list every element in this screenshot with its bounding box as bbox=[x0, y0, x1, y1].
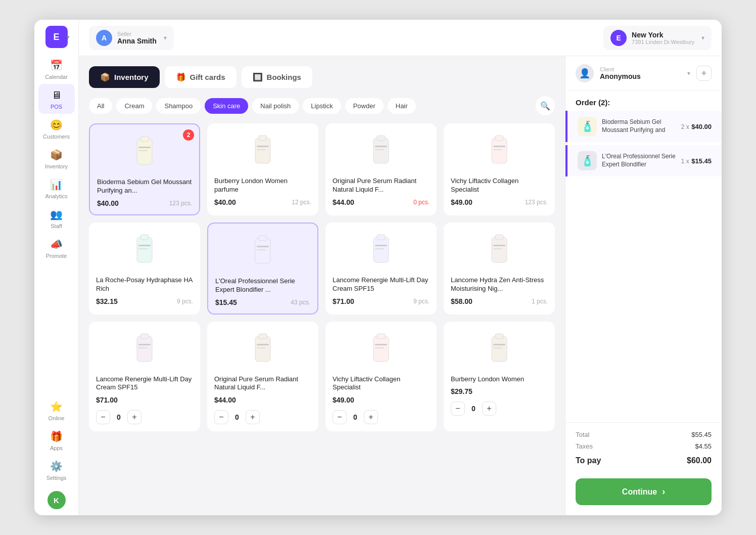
product-card[interactable]: Vichy Liftactiv Collagen Specialist $49.… bbox=[325, 322, 437, 432]
product-card[interactable]: L'Oreal Professionnel Serie Expert Blond… bbox=[207, 222, 318, 315]
product-name: Vichy Liftactiv Collagen Specialist bbox=[451, 177, 548, 194]
location-address: 7391 Linden Dr.Westbury bbox=[632, 39, 694, 45]
product-name: Vichy Liftactiv Collagen Specialist bbox=[333, 375, 430, 392]
analytics-icon: 📊 bbox=[50, 177, 64, 192]
total-label: Total bbox=[576, 431, 589, 438]
seller-selector[interactable]: A Seller Anna Smith ▾ bbox=[89, 26, 174, 50]
product-card[interactable]: Original Pure Serum Radiant Natural Liqu… bbox=[325, 123, 437, 215]
add-client-button[interactable]: + bbox=[696, 66, 712, 81]
product-name: Original Pure Serum Radiant Natural Liqu… bbox=[214, 375, 311, 392]
category-btn-powder[interactable]: Powder bbox=[345, 98, 384, 114]
category-btn-cream[interactable]: Cream bbox=[116, 98, 152, 114]
product-qty: 0 pcs. bbox=[413, 199, 430, 206]
sidebar: E ▼ 📅 Calendar 🖥 POS 😊 Customers 📦 Inven… bbox=[34, 20, 79, 515]
order-item-info: L'Oreal Professionnel Serie Expert Blond… bbox=[602, 153, 676, 168]
svg-rect-32 bbox=[137, 336, 152, 362]
svg-rect-22 bbox=[257, 246, 269, 247]
qty-increase-button[interactable]: + bbox=[364, 410, 378, 424]
svg-rect-35 bbox=[138, 347, 148, 348]
customers-icon: 😊 bbox=[50, 118, 64, 132]
seller-name: Anna Smith bbox=[117, 37, 157, 45]
category-btn-all[interactable]: All bbox=[89, 98, 112, 114]
tab-inventory[interactable]: 📦Inventory bbox=[89, 66, 160, 88]
svg-rect-20 bbox=[255, 238, 270, 263]
category-btn-lipstick[interactable]: Lipstick bbox=[303, 98, 341, 114]
sidebar-item-calendar[interactable]: 📅 Calendar bbox=[38, 54, 75, 84]
sidebar-item-label-online: Online bbox=[49, 415, 65, 421]
sidebar-bottom: ⭐ Online 🎁 Apps ⚙️ Settings K bbox=[38, 395, 75, 509]
product-meta: $71.00 9 pcs. bbox=[333, 297, 430, 305]
seller-info: Seller Anna Smith bbox=[117, 31, 157, 45]
product-price: $71.00 bbox=[333, 297, 354, 305]
sidebar-item-pos[interactable]: 🖥 POS bbox=[38, 84, 75, 114]
product-image bbox=[451, 130, 548, 171]
tab-bar: 📦Inventory🎁Gift cards🔲Bookings bbox=[89, 66, 555, 88]
client-info: Client Anonymous bbox=[600, 66, 681, 80]
category-btn-skin-care[interactable]: Skin care bbox=[205, 98, 248, 114]
sidebar-item-inventory[interactable]: 📦 Inventory bbox=[38, 144, 75, 173]
seller-label: Seller bbox=[117, 31, 157, 37]
qty-increase-button[interactable]: + bbox=[246, 410, 260, 424]
product-card[interactable]: Lancome Hydra Zen Anti-Stress Moisturisi… bbox=[444, 222, 555, 315]
product-card[interactable]: Original Pure Serum Radiant Natural Liqu… bbox=[207, 322, 318, 432]
svg-rect-14 bbox=[493, 146, 505, 147]
product-card[interactable]: Burberry London Women parfume $40.00 12 … bbox=[207, 123, 318, 215]
svg-rect-16 bbox=[137, 237, 152, 262]
search-button[interactable]: 🔍 bbox=[536, 96, 555, 115]
sidebar-user-button[interactable]: E ▼ bbox=[45, 26, 68, 48]
product-image bbox=[214, 130, 311, 171]
sidebar-user-avatar-bottom[interactable]: K bbox=[48, 491, 66, 509]
product-qty: 123 pcs. bbox=[525, 199, 548, 206]
svg-rect-42 bbox=[375, 344, 387, 345]
client-name: Anonymous bbox=[600, 72, 681, 80]
category-btn-nail-polish[interactable]: Nail polish bbox=[252, 98, 299, 114]
qty-value: 0 bbox=[232, 413, 242, 421]
main-area: A Seller Anna Smith ▾ E New York 7391 Li… bbox=[79, 20, 722, 515]
product-card[interactable]: Burberry London Women $29.75 − 0 + bbox=[444, 322, 555, 432]
product-image bbox=[333, 329, 430, 369]
qty-increase-button[interactable]: + bbox=[127, 410, 141, 424]
order-item-name: Bioderma Sebium Gel Moussant Purifying a… bbox=[602, 118, 676, 134]
product-price: $49.00 bbox=[451, 198, 472, 206]
product-card[interactable]: Vichy Liftactiv Collagen Specialist $49.… bbox=[444, 123, 555, 215]
sidebar-item-analytics[interactable]: 📊 Analytics bbox=[38, 173, 75, 203]
product-card[interactable]: La Roche-Posay Hydraphase HA Rich $32.15… bbox=[89, 222, 200, 315]
svg-rect-28 bbox=[492, 237, 507, 262]
chevron-down-icon: ▼ bbox=[66, 34, 71, 40]
order-item: 🧴 Bioderma Sebium Gel Moussant Purifying… bbox=[565, 111, 722, 142]
svg-rect-4 bbox=[255, 138, 270, 163]
svg-rect-9 bbox=[377, 136, 385, 141]
svg-rect-30 bbox=[493, 245, 505, 246]
sidebar-item-customers[interactable]: 😊 Customers bbox=[38, 114, 75, 144]
tab-gift-cards[interactable]: 🎁Gift cards bbox=[165, 66, 237, 88]
svg-rect-15 bbox=[493, 149, 502, 150]
qty-decrease-button[interactable]: − bbox=[214, 410, 228, 424]
tab-icon-2: 🔲 bbox=[253, 72, 263, 82]
qty-increase-button[interactable]: + bbox=[482, 402, 496, 416]
product-card[interactable]: Lancome Renergie Multi-Lift Day Cream SP… bbox=[89, 322, 200, 432]
client-chevron-icon: ▾ bbox=[687, 70, 690, 77]
svg-rect-47 bbox=[493, 347, 502, 348]
location-selector[interactable]: E New York 7391 Linden Dr.Westbury ▾ bbox=[603, 26, 712, 50]
sidebar-item-label-settings: Settings bbox=[46, 475, 67, 481]
product-card[interactable]: Lancome Renergie Multi-Lift Day Cream SP… bbox=[325, 222, 437, 315]
client-label: Client bbox=[600, 66, 681, 72]
category-btn-shampoo[interactable]: Shampoo bbox=[156, 98, 201, 114]
qty-decrease-button[interactable]: − bbox=[451, 402, 465, 416]
sidebar-item-settings[interactable]: ⚙️ Settings bbox=[38, 455, 75, 485]
tab-icon-0: 📦 bbox=[100, 72, 110, 82]
qty-decrease-button[interactable]: − bbox=[96, 410, 110, 424]
promote-icon: 📣 bbox=[50, 237, 64, 251]
category-btn-hair[interactable]: Hair bbox=[388, 98, 416, 114]
seller-avatar: A bbox=[96, 30, 112, 46]
sidebar-item-promote[interactable]: 📣 Promote bbox=[38, 233, 75, 263]
sidebar-item-staff[interactable]: 👥 Staff bbox=[38, 203, 75, 233]
product-card[interactable]: 2 Bioderma Sebium Gel Moussant Purifying… bbox=[89, 123, 200, 215]
qty-decrease-button[interactable]: − bbox=[333, 410, 347, 424]
tab-bookings[interactable]: 🔲Bookings bbox=[242, 66, 312, 88]
sidebar-item-apps[interactable]: 🎁 Apps bbox=[38, 425, 75, 455]
sidebar-item-online[interactable]: ⭐ Online bbox=[38, 395, 75, 425]
location-info: New York 7391 Linden Dr.Westbury bbox=[632, 31, 694, 45]
order-item-info: Bioderma Sebium Gel Moussant Purifying a… bbox=[602, 118, 676, 134]
continue-button[interactable]: Continue › bbox=[576, 478, 712, 505]
